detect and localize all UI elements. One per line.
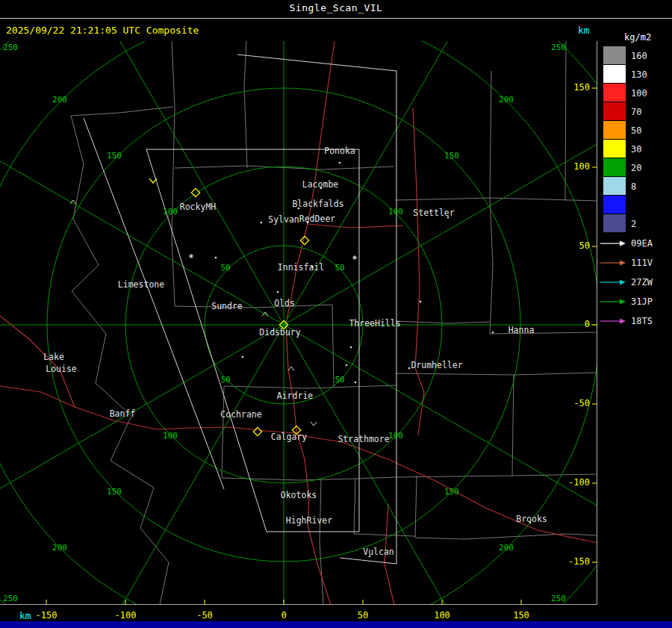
range-label: 250 <box>3 43 18 52</box>
radar-site-arrowhead <box>620 299 626 305</box>
town-label: Didsbury <box>259 327 300 338</box>
town-label: Vulcan <box>363 547 394 557</box>
radar-site-arrowhead <box>620 280 626 285</box>
axis-tick-label: 150 <box>499 610 544 621</box>
radar-site-label: 09EA <box>631 238 653 249</box>
range-label: 50 <box>335 263 344 273</box>
legend-color-swatch <box>603 65 626 83</box>
radar-site-label: 18TS <box>631 316 653 326</box>
axis-tick-label: 0 <box>559 319 590 329</box>
town-label: Calgary <box>271 432 308 442</box>
caret-symbol <box>288 367 294 370</box>
station-vee <box>149 178 157 183</box>
town-label: RockyMH <box>180 202 217 212</box>
legend-color-swatch <box>603 46 626 64</box>
status-bar <box>0 621 672 628</box>
town-label: RedDeer <box>299 214 336 224</box>
range-label: 150 <box>107 151 122 161</box>
bottom-axis-ticks <box>46 600 521 605</box>
town-label: Lake <box>43 352 64 362</box>
legend-sidebar: kg/m2 160 130 100 70 50 30 20 8 2 <box>597 30 672 343</box>
legend-color-swatch <box>603 140 626 158</box>
legend-value: 2 <box>631 219 636 229</box>
town-label: Cochrane <box>220 409 261 420</box>
color-scale: 160 130 100 70 50 30 20 8 2 <box>603 46 647 232</box>
legend-value: 100 <box>631 88 647 99</box>
axis-tick-label: 150 <box>559 82 590 93</box>
legend-color-swatch <box>603 102 626 120</box>
radar-map-canvas: 50 50 50 50 100 100 100 100 150 150 150 … <box>0 41 597 605</box>
axis-tick-label: -50 <box>559 398 590 408</box>
axis-tick-label: 100 <box>559 161 590 172</box>
right-axis-units: km <box>578 25 590 36</box>
legend-value: 20 <box>631 163 641 173</box>
map-symbols <box>70 200 357 426</box>
town-label: Lacombe <box>302 179 339 190</box>
scan-sector-outline <box>237 55 396 564</box>
range-label: 200 <box>52 543 67 553</box>
legend-color-swatch <box>603 121 626 139</box>
scan-timestamp: 2025/09/22 21:21:05 UTC Composite <box>6 25 199 36</box>
asterisk-symbol <box>352 255 357 260</box>
range-label: 250 <box>551 594 566 603</box>
legend-color-swatch <box>603 84 626 102</box>
town-label: Brooks <box>516 514 547 524</box>
town-label: Strathmore <box>337 434 389 444</box>
range-label: 200 <box>499 95 514 105</box>
town-label: Blackfalds <box>292 199 343 209</box>
radar-site-label: 111V <box>631 258 653 268</box>
axis-tick-label: -150 <box>559 556 590 567</box>
title-divider <box>0 18 672 19</box>
axis-tick-label: -50 <box>182 610 227 621</box>
town-label: Sundre <box>211 301 243 311</box>
axis-tick-label: 50 <box>559 240 590 251</box>
station-diamond <box>253 427 261 435</box>
town-label: Innisfail <box>278 262 324 273</box>
legend-color-swatch <box>603 214 626 232</box>
legend-value: 70 <box>631 107 641 117</box>
town-label: Okotoks <box>281 490 317 500</box>
radar-site-arrowhead <box>620 241 626 246</box>
town-label: ThreeHills <box>349 318 400 329</box>
axis-tick-label: -150 <box>24 610 69 621</box>
town-label: Hanna <box>508 325 535 335</box>
settlement-dots <box>215 162 532 558</box>
legend-color-swatch <box>603 196 626 214</box>
range-label: 250 <box>551 43 566 52</box>
app-window: Single_Scan_VIL 2025/09/22 21:21:05 UTC … <box>0 0 672 628</box>
town-label: Olds <box>274 298 295 308</box>
legend-value: 130 <box>631 69 647 80</box>
legend-value: 50 <box>631 125 641 136</box>
axis-tick-label: 50 <box>340 610 385 621</box>
range-label: 50 <box>220 263 230 273</box>
range-label: 150 <box>444 487 459 497</box>
asterisk-symbol <box>189 254 193 258</box>
range-label: 200 <box>499 543 514 553</box>
axis-tick-label: 0 <box>261 610 306 621</box>
town-label: Louise <box>46 364 77 374</box>
town-label: Stettler <box>413 208 454 218</box>
range-label: 250 <box>3 594 18 603</box>
legend-value: 30 <box>631 144 641 155</box>
legend-value: 8 <box>631 181 636 192</box>
range-label: 150 <box>107 487 122 497</box>
radar-site-arrowhead <box>620 261 626 266</box>
town-label: Limestone <box>118 279 164 290</box>
town-label: Airdrie <box>277 391 314 401</box>
window-title: Single_Scan_VIL <box>0 2 672 13</box>
range-label: 100 <box>388 207 403 217</box>
radar-site-label: 27ZW <box>631 277 653 287</box>
legend-color-swatch <box>603 177 626 195</box>
range-label: 200 <box>52 95 67 105</box>
axis-tick-label: -100 <box>103 610 148 621</box>
legend-value: 160 <box>631 51 647 61</box>
axis-tick-label: -100 <box>559 477 590 488</box>
legend-color-swatch <box>603 158 626 176</box>
vee-symbol <box>311 422 317 426</box>
radar-site-arrowhead <box>620 319 626 324</box>
range-label: 100 <box>388 431 403 441</box>
town-label: Sylvan <box>268 214 299 225</box>
range-label: 50 <box>220 375 230 385</box>
radar-site-label: 31JP <box>631 296 653 307</box>
range-label: 100 <box>163 207 178 217</box>
